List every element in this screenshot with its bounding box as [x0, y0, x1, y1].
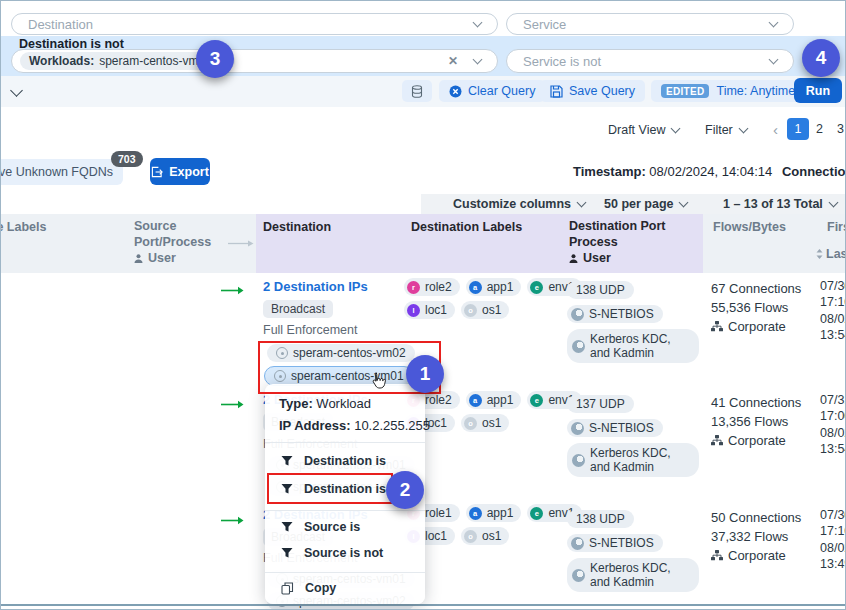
- chevron-down-icon[interactable]: [473, 55, 483, 65]
- destination-is-not-input[interactable]: Workloads: speram-centos-vm01 ✕ ✕: [11, 49, 498, 73]
- run-button[interactable]: Run: [794, 78, 842, 103]
- service-text: S-NETBIOS: [589, 307, 654, 321]
- port-chip: 138 UDP: [567, 281, 634, 299]
- header-last-detected[interactable]: Last Detected: [816, 247, 846, 261]
- filter-funnel-icon: [281, 521, 293, 533]
- header-dest-port-line2[interactable]: Process: [569, 235, 618, 249]
- menu-item-destination-is[interactable]: Destination is: [281, 454, 386, 468]
- highlight-box-destination-is-not: [267, 473, 393, 504]
- per-page-dropdown[interactable]: 50 per page: [604, 197, 687, 211]
- clear-query-button[interactable]: Clear Query: [439, 80, 545, 102]
- query-meta: Timestamp: 08/02/2024, 14:04:14 Connecti…: [573, 164, 846, 179]
- app-label-icon: a: [469, 281, 482, 294]
- header-source-user[interactable]: User: [134, 251, 176, 265]
- service-text: S-NETBIOS: [589, 421, 654, 435]
- service-text: S-NETBIOS: [589, 536, 654, 550]
- label-text: role1: [425, 506, 452, 520]
- label-text: loc1: [425, 303, 447, 317]
- destination-labels-line1: rrole1 aapp1 eenv1: [404, 504, 582, 522]
- label-chip[interactable]: oos1: [461, 301, 509, 319]
- clear-query-label: Clear Query: [468, 84, 535, 98]
- chevron-down-icon[interactable]: [769, 55, 779, 65]
- traffic-query-screen: Destination Service Destination is not W…: [0, 0, 846, 610]
- page-3-button[interactable]: 3: [837, 122, 844, 136]
- port-text: 137 UDP: [576, 397, 625, 411]
- results-range-dropdown[interactable]: 1 – 13 of 13 Total: [723, 197, 837, 211]
- menu-ip-value: 10.2.255.255: [354, 418, 430, 433]
- sort-icon: [816, 249, 823, 259]
- menu-type-row: Type: Workload: [279, 396, 371, 411]
- clear-circle-icon: [449, 85, 462, 98]
- label-chip[interactable]: aapp1: [466, 391, 522, 409]
- env-label-icon: e: [530, 507, 543, 520]
- flows-count: 55,536 Flows: [711, 300, 788, 315]
- menu-divider: [265, 510, 425, 511]
- header-destination[interactable]: Destination: [263, 220, 331, 234]
- timestamp-label: Timestamp:: [573, 164, 646, 179]
- header-flows-bytes[interactable]: Flows/Bytes: [713, 220, 786, 234]
- page-2-button[interactable]: 2: [816, 122, 823, 136]
- person-icon: [134, 254, 143, 263]
- chevron-down-icon: [828, 198, 838, 208]
- destination-ips-link[interactable]: 2 Destination IPs: [263, 279, 368, 294]
- header-first-detected[interactable]: First Detected: [827, 220, 846, 234]
- query-history-button[interactable]: [402, 80, 432, 102]
- resolve-fqdns-button[interactable]: Resolve Unknown FQDNs: [0, 159, 123, 185]
- header-source-port-line1[interactable]: Source: [134, 219, 176, 233]
- service-is-not-input[interactable]: Service is not: [506, 49, 794, 73]
- label-text: os1: [482, 416, 501, 430]
- filter-funnel-icon: [281, 455, 293, 467]
- label-text: role2: [425, 393, 452, 407]
- label-chip[interactable]: aapp1: [466, 504, 522, 522]
- label-chip[interactable]: aapp1: [466, 278, 522, 296]
- destination-placeholder: Destination: [28, 17, 474, 32]
- cursor-pointer-icon: [370, 372, 386, 391]
- label-text: app1: [487, 393, 514, 407]
- header-dest-user[interactable]: User: [569, 251, 611, 265]
- label-text: role2: [425, 280, 452, 294]
- port-chip: 138 UDP: [567, 510, 634, 528]
- detected-date: 07/30: [820, 279, 846, 293]
- menu-ip-label: IP Address:: [279, 418, 351, 433]
- chevron-down-icon[interactable]: [473, 18, 483, 28]
- callout-2: 2: [386, 471, 424, 509]
- menu-item-source-is[interactable]: Source is: [281, 520, 360, 534]
- label-chip[interactable]: oos1: [461, 527, 509, 545]
- page-1-button[interactable]: 1: [787, 118, 809, 140]
- label-chip[interactable]: oos1: [461, 414, 509, 432]
- draft-view-dropdown[interactable]: Draft View: [608, 123, 679, 137]
- port-text: 138 UDP: [576, 512, 625, 526]
- chevron-down-icon[interactable]: [769, 18, 779, 28]
- label-chip[interactable]: rrole2: [404, 278, 460, 296]
- prev-page-button[interactable]: ‹: [773, 121, 778, 138]
- time-label: Time: Anytime: [716, 84, 795, 98]
- header-source-labels[interactable]: Source Labels: [0, 220, 46, 234]
- menu-ip-row: IP Address: 10.2.255.255: [279, 418, 430, 433]
- corporate-network-icon: [711, 550, 723, 561]
- connections-count: 67 Connections: [711, 281, 801, 296]
- customize-columns-dropdown[interactable]: Customize columns: [453, 197, 585, 211]
- header-source-port-line2[interactable]: Port/Process: [134, 235, 211, 249]
- menu-item-label: Destination is: [304, 454, 386, 468]
- os-label-icon: o: [464, 417, 477, 430]
- filter-dropdown[interactable]: Filter: [705, 123, 747, 137]
- env-label-icon: e: [530, 394, 543, 407]
- detected-date: 08/02: [820, 541, 846, 555]
- header-dest-port-line1[interactable]: Destination Port: [569, 219, 666, 233]
- menu-item-copy[interactable]: Copy: [281, 581, 336, 595]
- os-label-icon: o: [464, 530, 477, 543]
- service-icon: [572, 569, 585, 582]
- header-destination-labels[interactable]: Destination Labels: [411, 220, 522, 234]
- service-filter-input[interactable]: Service: [506, 13, 794, 35]
- connections-count: 50 Connections: [711, 510, 801, 525]
- destination-filter-input[interactable]: Destination: [11, 13, 498, 35]
- os-label-icon: o: [464, 304, 477, 317]
- label-chip[interactable]: lloc1: [404, 301, 455, 319]
- save-query-button[interactable]: Save Query: [540, 80, 645, 102]
- clear-input-icon[interactable]: ✕: [448, 54, 458, 68]
- export-button[interactable]: Export: [150, 158, 210, 185]
- menu-item-source-is-not[interactable]: Source is not: [281, 546, 383, 560]
- label-text: os1: [482, 303, 501, 317]
- workload-chip-value: speram-centos-vm01: [99, 54, 212, 68]
- allowed-flow-arrow-icon: [221, 400, 244, 409]
